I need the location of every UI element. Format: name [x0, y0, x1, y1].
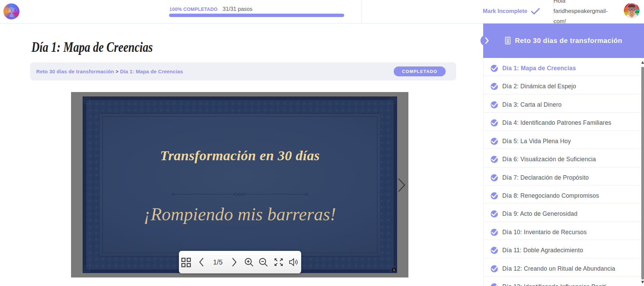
svg-text:cuantico: cuantico — [10, 16, 14, 17]
